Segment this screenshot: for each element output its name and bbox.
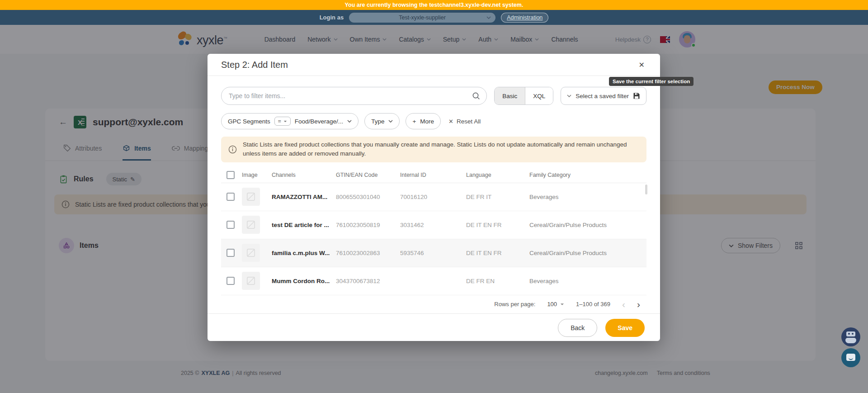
close-icon: ✕ bbox=[448, 118, 453, 125]
item-internal-id: 5935746 bbox=[400, 250, 466, 256]
login-as-bar: Login as Test-xyxle-supplier Administrat… bbox=[0, 10, 868, 25]
administration-button[interactable]: Administration bbox=[501, 13, 548, 23]
system-banner: You are currently browsing the testchann… bbox=[0, 0, 868, 10]
administration-label: Administration bbox=[507, 14, 542, 21]
item-name: Mumm Cordon Ro... bbox=[272, 278, 336, 284]
column-family-category: Family Category bbox=[529, 172, 646, 178]
reset-all-button[interactable]: ✕ Reset All bbox=[448, 118, 481, 125]
item-gtin: 8006550301040 bbox=[336, 194, 400, 200]
static-list-info-banner: Static Lists are fixed product collectio… bbox=[221, 137, 646, 162]
item-family-category: Beverages bbox=[529, 194, 646, 200]
more-filters-button[interactable]: + More bbox=[406, 113, 441, 129]
mode-basic-button[interactable]: Basic bbox=[495, 87, 525, 104]
login-as-selected-value: Test-xyxle-supplier bbox=[399, 14, 446, 21]
row-checkbox[interactable] bbox=[226, 277, 235, 285]
feedback-chat-button[interactable] bbox=[841, 348, 860, 367]
item-family-category: Cereal/Grain/Pulse Products bbox=[529, 222, 646, 228]
chevron-down-icon bbox=[388, 120, 393, 123]
column-channels: Channels bbox=[272, 172, 336, 178]
info-circle-icon bbox=[228, 145, 237, 154]
plus-icon: + bbox=[412, 118, 416, 125]
save-filter-icon[interactable] bbox=[633, 92, 640, 99]
column-language: Language bbox=[466, 172, 529, 178]
item-name: RAMAZZOTTI AM... bbox=[272, 194, 336, 200]
filter-mode-toggle: Basic XQL bbox=[494, 87, 553, 105]
info-text: Static Lists are fixed product collectio… bbox=[243, 140, 639, 159]
back-button[interactable]: Back bbox=[558, 319, 597, 337]
pagination-range: 1–100 of 369 bbox=[576, 301, 610, 308]
type-filter-chip[interactable]: Type bbox=[364, 113, 400, 129]
column-image: Image bbox=[242, 172, 272, 178]
close-icon[interactable]: ✕ bbox=[637, 59, 646, 71]
item-family-category: Beverages bbox=[529, 278, 646, 284]
item-gtin: 7610023050819 bbox=[336, 222, 400, 228]
gpc-segments-filter-chip[interactable]: GPC Segments = Food/Beverage/... bbox=[221, 113, 359, 129]
save-button[interactable]: Save bbox=[605, 319, 645, 337]
chevron-down-icon bbox=[347, 120, 352, 123]
chat-bubble-icon bbox=[841, 354, 860, 361]
item-gtin: 7610023002863 bbox=[336, 250, 400, 256]
select-all-checkbox[interactable] bbox=[226, 171, 235, 179]
next-page-icon[interactable]: › bbox=[637, 299, 640, 309]
no-image-icon bbox=[242, 216, 260, 234]
table-header-row: Image Channels GTIN/EAN Code Internal ID… bbox=[221, 168, 646, 183]
login-as-select[interactable]: Test-xyxle-supplier bbox=[349, 13, 495, 23]
chevron-down-icon bbox=[567, 95, 571, 97]
row-checkbox[interactable] bbox=[226, 221, 235, 229]
item-gtin: 3043700673812 bbox=[336, 278, 400, 284]
item-family-category: Cereal/Grain/Pulse Products bbox=[529, 250, 646, 256]
no-image-icon bbox=[242, 188, 260, 206]
table-row[interactable]: test DE article for ... 7610023050819 30… bbox=[221, 211, 646, 239]
column-internal-id: Internal ID bbox=[400, 172, 466, 178]
search-input[interactable] bbox=[229, 92, 467, 99]
item-languages: DE IT EN FR bbox=[466, 250, 529, 256]
login-as-label: Login as bbox=[320, 14, 344, 21]
item-languages: DE FR IT bbox=[466, 194, 529, 200]
search-icon[interactable] bbox=[472, 92, 480, 100]
item-languages: DE IT EN FR bbox=[466, 222, 529, 228]
pagination-bar: Rows per page: 100 1–100 of 369 ‹ › bbox=[221, 295, 646, 313]
item-languages: DE FR EN bbox=[466, 278, 529, 284]
table-row[interactable]: familia c.m.plus W... 7610023002863 5935… bbox=[221, 239, 646, 267]
table-row[interactable]: Mumm Cordon Ro... 3043700673812 DE FR EN… bbox=[221, 267, 646, 295]
item-filter-search bbox=[221, 87, 487, 105]
no-image-icon bbox=[242, 272, 260, 290]
modal-title: Step 2: Add Item bbox=[221, 60, 288, 70]
saved-filter-select[interactable]: Select a saved filter bbox=[561, 87, 646, 105]
items-table: Image Channels GTIN/EAN Code Internal ID… bbox=[221, 168, 646, 295]
chevron-down-icon bbox=[486, 16, 491, 19]
table-scrollbar[interactable] bbox=[645, 185, 647, 194]
robot-icon bbox=[841, 331, 860, 343]
table-row[interactable]: RAMAZZOTTI AM... 8006550301040 70016120 … bbox=[221, 183, 646, 211]
item-internal-id: 70016120 bbox=[400, 194, 466, 200]
operator-select[interactable]: = bbox=[274, 117, 291, 126]
item-internal-id: 3031462 bbox=[400, 222, 466, 228]
column-gtin: GTIN/EAN Code bbox=[336, 172, 400, 178]
save-filter-tooltip: Save the current filter selection bbox=[609, 77, 693, 86]
previous-page-icon[interactable]: ‹ bbox=[622, 299, 625, 309]
item-name: test DE article for ... bbox=[272, 222, 336, 228]
no-image-icon bbox=[242, 244, 260, 262]
rows-per-page-label: Rows per page: bbox=[494, 301, 535, 308]
rows-per-page-select[interactable]: 100 bbox=[547, 301, 564, 308]
add-item-modal: Step 2: Add Item ✕ Save the current filt… bbox=[208, 54, 660, 341]
chatbot-button[interactable] bbox=[841, 327, 860, 346]
row-checkbox[interactable] bbox=[226, 193, 235, 201]
item-name: familia c.m.plus W... bbox=[272, 250, 336, 256]
mode-xql-button[interactable]: XQL bbox=[525, 87, 553, 104]
row-checkbox[interactable] bbox=[226, 249, 235, 257]
